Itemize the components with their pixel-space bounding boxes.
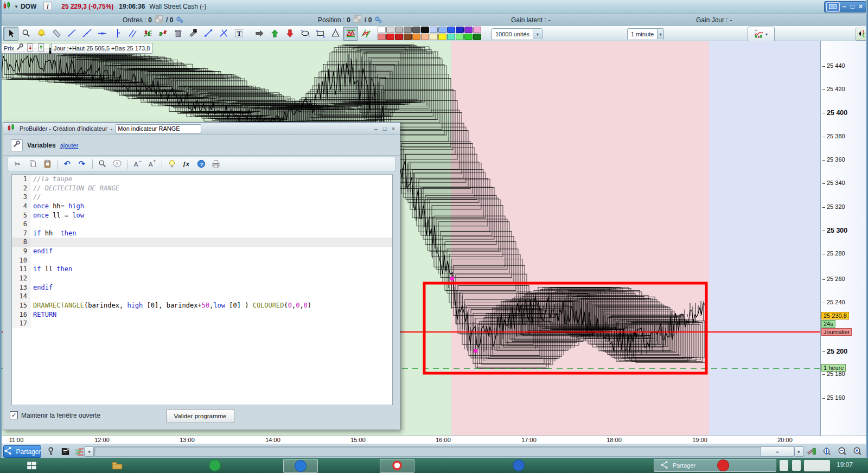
color-swatch[interactable]	[464, 34, 473, 40]
vertical-line-tool[interactable]: x	[110, 27, 125, 41]
indicator-name-input[interactable]	[116, 124, 201, 133]
measure-segment-tool[interactable]	[201, 27, 216, 41]
color-swatch[interactable]	[404, 34, 412, 40]
minimize-button[interactable]: –	[841, 2, 848, 11]
instrument-symbol[interactable]: DOW	[21, 3, 36, 10]
drawing-settings-tool[interactable]	[186, 27, 201, 41]
help-button[interactable]: ?	[196, 159, 206, 170]
taskbar-app-blue[interactable]	[513, 459, 525, 471]
alarm-tool[interactable]	[34, 27, 49, 41]
info-icon[interactable]: i	[43, 1, 53, 12]
code-line[interactable]: 4once hh= high	[12, 202, 392, 211]
pointer-tool[interactable]	[3, 27, 18, 41]
paste-button[interactable]	[43, 159, 53, 170]
taskbar-start-button[interactable]	[26, 459, 38, 472]
color-swatch[interactable]	[456, 27, 464, 33]
color-swatch[interactable]	[473, 34, 481, 40]
code-line[interactable]: 10	[12, 256, 392, 265]
color-swatch[interactable]	[421, 34, 429, 40]
arrow-down-tool[interactable]	[282, 27, 297, 41]
code-line[interactable]: 15DRAWRECTANGLE(barindex, high [0], bari…	[12, 301, 392, 310]
orders-grid-icon[interactable]	[154, 14, 164, 25]
crossed-lines-tool[interactable]	[216, 27, 231, 41]
close-button[interactable]: ×	[857, 2, 864, 11]
taskbar-tray-icon[interactable]	[780, 460, 788, 471]
zoom-out-button[interactable]	[837, 446, 847, 457]
keyboard-icon[interactable]	[826, 2, 840, 12]
chart-scrollbar-thumb[interactable]: ≡	[761, 446, 794, 457]
regression-channel-tool[interactable]	[155, 27, 170, 41]
code-line[interactable]: 8	[12, 238, 392, 247]
comment-button[interactable]: //	[112, 159, 122, 170]
color-swatch[interactable]	[473, 27, 481, 33]
maximize-button[interactable]: □	[381, 125, 388, 132]
color-swatch[interactable]	[438, 34, 446, 40]
rectangle-tool[interactable]: xx	[312, 27, 328, 41]
color-swatch[interactable]	[430, 27, 438, 33]
color-swatch[interactable]	[421, 27, 429, 33]
code-line[interactable]: 16RETURN	[12, 310, 392, 319]
zoom-tool[interactable]	[18, 27, 34, 41]
increase-font-button[interactable]: A+	[147, 159, 157, 170]
zigzag-tool[interactable]	[343, 27, 358, 41]
fibonacci-tool[interactable]	[140, 27, 155, 41]
chart-settings-button[interactable]	[806, 446, 817, 457]
insert-function-button[interactable]: ƒx	[182, 159, 192, 170]
code-line[interactable]: 14	[12, 292, 392, 301]
color-swatch[interactable]	[412, 27, 420, 33]
probuilder-titlebar[interactable]: ProBuilder - Création d'indicateur - – □…	[3, 123, 400, 135]
color-swatch[interactable]	[447, 34, 455, 40]
position-settings-gear-icon[interactable]: ⚙⚙	[374, 14, 384, 25]
arrow-right-tool[interactable]	[252, 27, 267, 41]
close-button[interactable]: ×	[390, 125, 397, 132]
code-line[interactable]: 11if ll then	[12, 265, 392, 274]
code-line[interactable]: 12	[12, 274, 392, 283]
code-line[interactable]: 2// DECTECTION DE RANGE	[12, 184, 392, 193]
cut-button[interactable]: ✂	[14, 159, 23, 170]
hint-button[interactable]	[167, 159, 177, 170]
taskbar-explorer-button[interactable]	[111, 459, 123, 472]
triangle-tool[interactable]: +	[328, 27, 343, 41]
print-button[interactable]	[211, 159, 221, 170]
zoom-in-button[interactable]	[852, 446, 863, 457]
copy-button[interactable]	[28, 159, 38, 170]
color-swatch[interactable]	[412, 34, 420, 40]
parallel-lines-tool[interactable]	[125, 27, 140, 41]
code-line[interactable]: 9endif	[12, 247, 392, 256]
color-swatch[interactable]	[386, 34, 394, 40]
code-line[interactable]: 13endif	[12, 283, 392, 292]
restore-button[interactable]: □	[849, 2, 856, 11]
delete-drawings-tool[interactable]	[170, 27, 186, 41]
color-swatch[interactable]	[456, 34, 464, 40]
color-swatch[interactable]	[395, 27, 403, 33]
keep-open-checkbox[interactable]: ✓	[10, 411, 18, 419]
taskbar-app-red[interactable]	[717, 459, 729, 471]
color-swatch[interactable]	[430, 34, 438, 40]
time-axis[interactable]: 11:0012:0013:0014:0015:0016:0017:0018:00…	[0, 436, 868, 444]
color-swatch[interactable]	[378, 34, 386, 40]
code-line[interactable]: 17	[12, 319, 392, 328]
price-axis[interactable]: 25 44025 42025 40025 38025 36025 34025 3…	[820, 41, 866, 436]
scroll-left-button[interactable]: ◄	[84, 446, 94, 457]
color-swatch[interactable]	[378, 27, 386, 33]
color-swatch[interactable]	[395, 34, 403, 40]
chart-scrollbar-track[interactable]	[94, 446, 794, 457]
color-swatch[interactable]	[447, 27, 455, 33]
code-line[interactable]: 1//la taupe	[12, 175, 392, 184]
validate-program-button[interactable]: Valider programme	[166, 409, 234, 423]
code-line[interactable]: 5once ll = low	[12, 211, 392, 220]
order-book-button[interactable]	[74, 446, 85, 457]
chevron-down-icon[interactable]: ▼	[657, 29, 663, 39]
chevron-down-icon[interactable]: ▼	[533, 29, 542, 39]
code-line[interactable]: 6	[12, 220, 392, 229]
arrow-up-tool[interactable]	[267, 27, 282, 41]
minimize-button[interactable]: –	[373, 125, 379, 132]
search-button[interactable]	[98, 159, 107, 170]
code-editor[interactable]: 1//la taupe2// DECTECTION DE RANGE3//4on…	[11, 174, 393, 405]
buy-page-icon[interactable]	[37, 43, 47, 54]
news-button[interactable]	[60, 446, 71, 457]
color-swatch[interactable]	[464, 27, 473, 33]
sell-page-icon[interactable]	[26, 43, 36, 54]
taskbar-app-green[interactable]	[209, 459, 221, 471]
add-variable-link[interactable]: ajouter	[60, 142, 79, 149]
